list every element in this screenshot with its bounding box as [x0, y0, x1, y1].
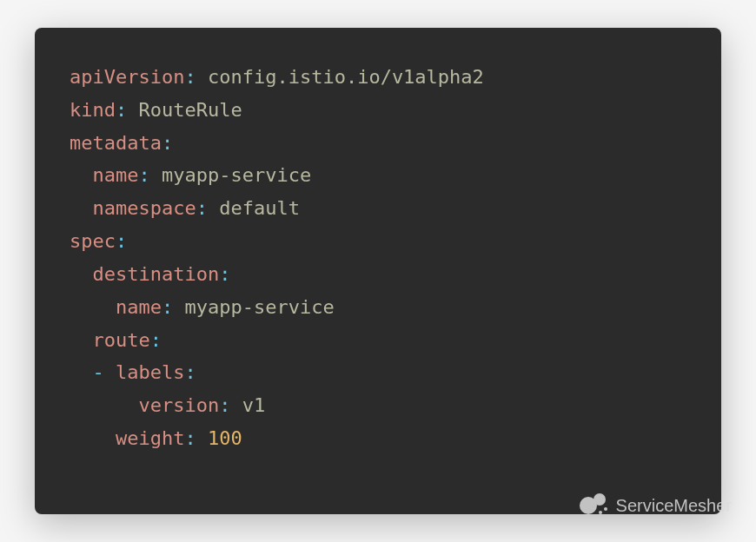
code-line: weight: 100	[70, 422, 686, 455]
code-line: kind: RouteRule	[70, 94, 686, 127]
code-line: apiVersion: config.istio.io/v1alpha2	[70, 61, 686, 94]
watermark: ServiceMesher	[580, 493, 732, 518]
watermark-text: ServiceMesher	[616, 496, 732, 516]
code-line: namespace: default	[70, 192, 686, 225]
code-line: name: myapp-service	[70, 159, 686, 192]
yaml-code-block: apiVersion: config.istio.io/v1alpha2kind…	[35, 28, 721, 514]
wechat-icon	[580, 493, 609, 518]
code-line: - labels:	[70, 356, 686, 389]
code-line: name: myapp-service	[70, 291, 686, 324]
code-line: metadata:	[70, 127, 686, 160]
code-line: route:	[70, 324, 686, 357]
code-line: spec:	[70, 225, 686, 258]
code-line: version: v1	[70, 389, 686, 422]
code-line: destination:	[70, 258, 686, 291]
